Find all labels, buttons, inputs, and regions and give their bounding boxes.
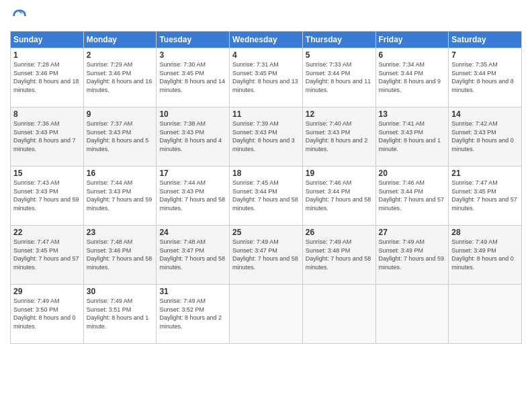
calendar-cell: 2Sunrise: 7:29 AMSunset: 3:46 PMDaylight… [83, 48, 157, 107]
day-info: Sunrise: 7:44 AMSunset: 3:43 PMDaylight:… [87, 179, 154, 212]
day-number: 12 [306, 109, 373, 119]
calendar-cell: 30Sunrise: 7:49 AMSunset: 3:51 PMDayligh… [83, 285, 157, 344]
calendar-cell: 12Sunrise: 7:40 AMSunset: 3:43 PMDayligh… [302, 107, 375, 167]
calendar-week-row: 29Sunrise: 7:49 AMSunset: 3:50 PMDayligh… [11, 285, 522, 344]
day-number: 10 [159, 109, 226, 119]
weekday-header: Thursday [302, 32, 375, 48]
day-number: 5 [306, 50, 373, 60]
day-info: Sunrise: 7:38 AMSunset: 3:43 PMDaylight:… [159, 120, 226, 153]
weekday-header: Friday [375, 32, 449, 48]
calendar-week-row: 1Sunrise: 7:28 AMSunset: 3:46 PMDaylight… [11, 48, 522, 107]
calendar-week-row: 15Sunrise: 7:43 AMSunset: 3:43 PMDayligh… [11, 167, 522, 226]
day-number: 22 [13, 228, 81, 237]
day-number: 30 [87, 287, 154, 296]
day-info: Sunrise: 7:49 AMSunset: 3:48 PMDaylight:… [306, 238, 373, 271]
calendar-cell: 5Sunrise: 7:33 AMSunset: 3:44 PMDaylight… [302, 48, 375, 107]
day-number: 1 [13, 50, 81, 60]
day-number: 13 [379, 109, 446, 119]
day-info: Sunrise: 7:31 AMSunset: 3:45 PMDaylight:… [232, 60, 300, 94]
calendar-cell: 1Sunrise: 7:28 AMSunset: 3:46 PMDaylight… [11, 48, 84, 107]
calendar-week-row: 8Sunrise: 7:36 AMSunset: 3:43 PMDaylight… [11, 107, 522, 167]
calendar-cell: 26Sunrise: 7:49 AMSunset: 3:48 PMDayligh… [302, 226, 375, 285]
day-number: 24 [159, 228, 226, 237]
page: SundayMondayTuesdayWednesdayThursdayFrid… [0, 0, 532, 411]
day-info: Sunrise: 7:48 AMSunset: 3:46 PMDaylight:… [87, 238, 154, 271]
calendar-cell [230, 285, 303, 344]
calendar-cell: 21Sunrise: 7:47 AMSunset: 3:45 PMDayligh… [449, 167, 522, 226]
day-info: Sunrise: 7:37 AMSunset: 3:43 PMDaylight:… [87, 120, 154, 153]
day-info: Sunrise: 7:34 AMSunset: 3:44 PMDaylight:… [379, 60, 446, 94]
day-info: Sunrise: 7:42 AMSunset: 3:43 PMDaylight:… [451, 120, 519, 153]
weekday-row: SundayMondayTuesdayWednesdayThursdayFrid… [11, 32, 522, 48]
day-number: 2 [87, 50, 154, 60]
calendar-cell: 16Sunrise: 7:44 AMSunset: 3:43 PMDayligh… [83, 167, 157, 226]
day-info: Sunrise: 7:45 AMSunset: 3:44 PMDaylight:… [232, 179, 300, 212]
day-info: Sunrise: 7:36 AMSunset: 3:43 PMDaylight:… [13, 120, 81, 153]
day-number: 28 [451, 228, 519, 237]
calendar-cell: 19Sunrise: 7:46 AMSunset: 3:44 PMDayligh… [302, 167, 375, 226]
day-info: Sunrise: 7:44 AMSunset: 3:43 PMDaylight:… [159, 179, 226, 212]
calendar-cell: 25Sunrise: 7:49 AMSunset: 3:47 PMDayligh… [230, 226, 303, 285]
day-info: Sunrise: 7:39 AMSunset: 3:43 PMDaylight:… [232, 120, 300, 153]
day-info: Sunrise: 7:30 AMSunset: 3:45 PMDaylight:… [159, 60, 226, 94]
calendar-cell: 20Sunrise: 7:46 AMSunset: 3:44 PMDayligh… [375, 167, 449, 226]
calendar-cell: 9Sunrise: 7:37 AMSunset: 3:43 PMDaylight… [83, 107, 157, 167]
day-number: 20 [379, 169, 446, 178]
weekday-header: Sunday [11, 32, 84, 48]
calendar-cell: 7Sunrise: 7:35 AMSunset: 3:44 PMDaylight… [449, 48, 522, 107]
calendar-cell: 3Sunrise: 7:30 AMSunset: 3:45 PMDaylight… [157, 48, 230, 107]
day-number: 16 [87, 169, 154, 178]
day-number: 7 [451, 50, 519, 60]
calendar-cell: 15Sunrise: 7:43 AMSunset: 3:43 PMDayligh… [11, 167, 84, 226]
day-info: Sunrise: 7:33 AMSunset: 3:44 PMDaylight:… [306, 60, 373, 94]
day-number: 3 [159, 50, 226, 60]
calendar-cell: 17Sunrise: 7:44 AMSunset: 3:43 PMDayligh… [157, 167, 230, 226]
calendar-cell: 22Sunrise: 7:47 AMSunset: 3:45 PMDayligh… [11, 226, 84, 285]
calendar-cell: 8Sunrise: 7:36 AMSunset: 3:43 PMDaylight… [11, 107, 84, 167]
day-number: 11 [232, 109, 300, 119]
logo [10, 7, 32, 26]
weekday-header: Saturday [449, 32, 522, 48]
day-info: Sunrise: 7:35 AMSunset: 3:44 PMDaylight:… [451, 60, 519, 94]
day-number: 8 [13, 109, 81, 119]
calendar-cell [375, 285, 449, 344]
calendar-header: SundayMondayTuesdayWednesdayThursdayFrid… [11, 32, 522, 48]
day-number: 27 [379, 228, 446, 237]
day-info: Sunrise: 7:49 AMSunset: 3:51 PMDaylight:… [87, 297, 154, 330]
day-info: Sunrise: 7:40 AMSunset: 3:43 PMDaylight:… [306, 120, 373, 153]
day-number: 4 [232, 50, 300, 60]
calendar-cell: 13Sunrise: 7:41 AMSunset: 3:43 PMDayligh… [375, 107, 449, 167]
calendar-cell [449, 285, 522, 344]
day-info: Sunrise: 7:47 AMSunset: 3:45 PMDaylight:… [13, 238, 81, 271]
calendar-cell: 11Sunrise: 7:39 AMSunset: 3:43 PMDayligh… [230, 107, 303, 167]
day-info: Sunrise: 7:41 AMSunset: 3:43 PMDaylight:… [379, 120, 446, 153]
day-info: Sunrise: 7:46 AMSunset: 3:44 PMDaylight:… [379, 179, 446, 212]
day-number: 14 [451, 109, 519, 119]
day-info: Sunrise: 7:49 AMSunset: 3:49 PMDaylight:… [451, 238, 519, 271]
day-info: Sunrise: 7:46 AMSunset: 3:44 PMDaylight:… [306, 179, 373, 212]
logo-icon [10, 7, 29, 26]
day-info: Sunrise: 7:29 AMSunset: 3:46 PMDaylight:… [87, 60, 154, 94]
calendar-cell: 29Sunrise: 7:49 AMSunset: 3:50 PMDayligh… [11, 285, 84, 344]
day-number: 19 [306, 169, 373, 178]
day-info: Sunrise: 7:43 AMSunset: 3:43 PMDaylight:… [13, 179, 81, 212]
day-number: 31 [159, 287, 226, 296]
day-info: Sunrise: 7:49 AMSunset: 3:49 PMDaylight:… [379, 238, 446, 271]
day-number: 25 [232, 228, 300, 237]
day-number: 26 [306, 228, 373, 237]
calendar-cell: 18Sunrise: 7:45 AMSunset: 3:44 PMDayligh… [230, 167, 303, 226]
calendar-cell: 27Sunrise: 7:49 AMSunset: 3:49 PMDayligh… [375, 226, 449, 285]
day-info: Sunrise: 7:28 AMSunset: 3:46 PMDaylight:… [13, 60, 81, 94]
calendar: SundayMondayTuesdayWednesdayThursdayFrid… [10, 31, 522, 344]
day-info: Sunrise: 7:48 AMSunset: 3:47 PMDaylight:… [159, 238, 226, 271]
calendar-cell: 10Sunrise: 7:38 AMSunset: 3:43 PMDayligh… [157, 107, 230, 167]
day-info: Sunrise: 7:49 AMSunset: 3:52 PMDaylight:… [159, 297, 226, 330]
calendar-cell: 6Sunrise: 7:34 AMSunset: 3:44 PMDaylight… [375, 48, 449, 107]
calendar-cell: 23Sunrise: 7:48 AMSunset: 3:46 PMDayligh… [83, 226, 157, 285]
day-info: Sunrise: 7:49 AMSunset: 3:47 PMDaylight:… [232, 238, 300, 271]
calendar-cell: 4Sunrise: 7:31 AMSunset: 3:45 PMDaylight… [230, 48, 303, 107]
day-number: 15 [13, 169, 81, 178]
weekday-header: Tuesday [157, 32, 230, 48]
day-info: Sunrise: 7:47 AMSunset: 3:45 PMDaylight:… [451, 179, 519, 212]
weekday-header: Wednesday [230, 32, 303, 48]
